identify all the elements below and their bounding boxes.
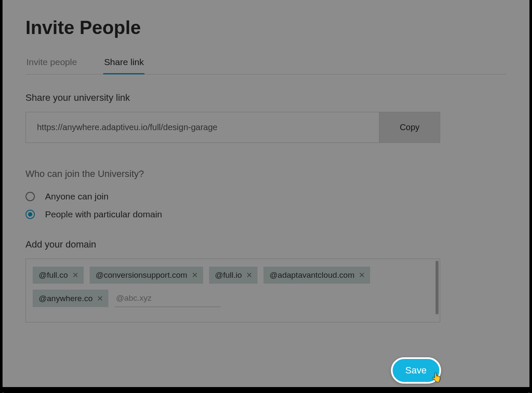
save-button[interactable]: Save: [391, 357, 441, 384]
domain-chip: @anywhere.co ✕: [33, 290, 108, 307]
close-icon[interactable]: ✕: [359, 271, 365, 279]
radio-anyone[interactable]: Anyone can join: [25, 191, 507, 202]
radio-domain-label: People with particular domain: [45, 209, 162, 219]
chip-text: @full.io: [215, 271, 242, 280]
tab-share-link[interactable]: Share link: [103, 54, 144, 74]
share-link-row: Copy: [25, 112, 440, 143]
share-link-input[interactable]: [25, 112, 379, 143]
close-icon[interactable]: ✕: [72, 271, 79, 279]
chip-text: @conversionsupport.com: [96, 271, 187, 280]
page-title: Invite People: [25, 17, 507, 38]
close-icon[interactable]: ✕: [97, 295, 103, 302]
domain-chip: @conversionsupport.com ✕: [90, 267, 203, 284]
copy-button[interactable]: Copy: [379, 112, 440, 143]
radio-icon-selected: [25, 210, 35, 219]
chip-text: @adaptavantcloud.com: [269, 271, 354, 280]
tab-invite-people[interactable]: Invite people: [25, 54, 78, 74]
tabs: Invite people Share link: [25, 54, 507, 74]
close-icon[interactable]: ✕: [192, 271, 198, 279]
close-icon[interactable]: ✕: [246, 271, 252, 279]
invite-modal: Invite People Invite people Share link S…: [0, 0, 532, 331]
domain-section: Add your domain @full.co ✕ @conversionsu…: [25, 239, 507, 322]
domain-label: Add your domain: [25, 239, 507, 250]
chip-text: @full.co: [39, 271, 68, 280]
radio-icon: [25, 192, 35, 201]
access-question: Who can join the University?: [25, 168, 507, 179]
bezel: [0, 387, 532, 393]
domain-chip: @adaptavantcloud.com ✕: [263, 267, 370, 284]
scrollbar[interactable]: [436, 261, 439, 314]
bezel: [529, 0, 532, 393]
domain-box[interactable]: @full.co ✕ @conversionsupport.com ✕ @ful…: [25, 259, 440, 322]
domain-chip: @full.io ✕: [209, 267, 258, 284]
share-link-label: Share your university link: [25, 92, 507, 103]
domain-input[interactable]: [114, 290, 221, 307]
radio-domain[interactable]: People with particular domain: [25, 209, 507, 219]
chip-text: @anywhere.co: [39, 294, 93, 303]
bezel: [0, 0, 3, 393]
domain-chip: @full.co ✕: [33, 267, 84, 284]
radio-anyone-label: Anyone can join: [45, 191, 108, 202]
